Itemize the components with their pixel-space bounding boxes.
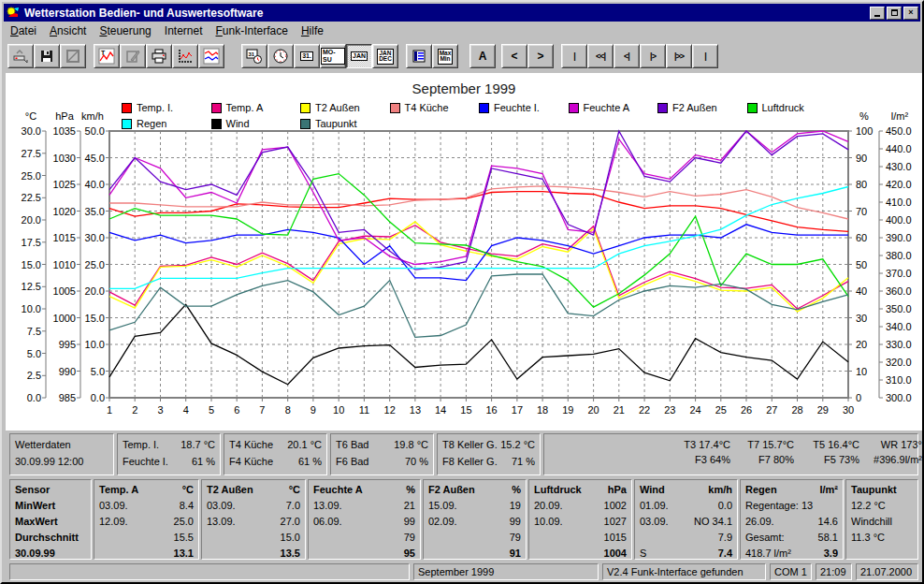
step-back-button[interactable]: <|: [614, 44, 640, 68]
svg-text:17: 17: [512, 404, 523, 416]
last-record-button[interactable]: |: [692, 44, 718, 68]
svg-text:30.0: 30.0: [22, 125, 41, 137]
series-taupunkt: [109, 274, 848, 337]
temp-curve-icon: T: [98, 48, 115, 65]
svg-text:430.0: 430.0: [886, 161, 912, 172]
sensor-cell-text: 06.09.: [313, 516, 342, 527]
year-view-button[interactable]: JANDEC: [372, 44, 398, 68]
receive-data-button[interactable]: [7, 44, 34, 68]
sensor-cell-text: Feuchte A: [313, 484, 363, 495]
wetterdaten-cell: T8 Keller G.15.2 °CF8 Keller G.71 %: [437, 433, 541, 475]
sensor-column: Taupunkt12.2 °CWindchill11.3 °C: [845, 479, 918, 560]
wetterdaten-extra-sensor: WR 173°#396.9l/m²: [833, 439, 922, 465]
minimize-button[interactable]: [870, 7, 885, 20]
series-regen: [109, 187, 848, 289]
svg-text:1035: 1035: [53, 125, 76, 137]
print-button[interactable]: [146, 44, 172, 68]
menu-bar: Datei Ansicht Steuerung Internet Funk-In…: [4, 22, 920, 40]
app-icon: [6, 6, 21, 21]
sensor-cell-text: 1004: [604, 548, 627, 559]
svg-text:60: 60: [856, 232, 867, 243]
app-window: Wetterstation Bedien- und Auswertesoftwa…: [0, 0, 924, 584]
data-table-button[interactable]: [406, 44, 432, 68]
sensor-cell-text: Windchill: [851, 516, 892, 527]
status-period-panel: September 1999: [413, 563, 599, 580]
menu-datei[interactable]: Datei: [4, 22, 43, 39]
menu-hilfe[interactable]: Hilfe: [295, 22, 330, 39]
sensor-column: Temp. A°C03.09.8.412.09.25.015.513.1: [94, 479, 199, 560]
sensor-cell-text: 79: [510, 532, 521, 543]
menu-steuerung[interactable]: Steuerung: [93, 22, 157, 39]
sensor-cell-text: 30.09.99: [15, 548, 55, 559]
svg-text:0.0: 0.0: [91, 392, 105, 403]
sensor-cell-text: 3.9: [824, 548, 838, 559]
sensor-cell-text: MinWert: [15, 500, 55, 511]
svg-text:100: 100: [856, 125, 873, 137]
wetterdaten-text: 19.8 °C: [394, 439, 428, 450]
save-button[interactable]: [34, 44, 60, 68]
min-max-button[interactable]: MaxMin: [432, 44, 458, 68]
svg-text:300.0: 300.0: [886, 392, 912, 403]
sensor-cell-text: NO 34.1: [694, 516, 732, 527]
svg-text:5: 5: [209, 404, 214, 416]
temperature-chart-button[interactable]: T: [94, 44, 120, 68]
sensor-cell-text: 25.0: [174, 516, 194, 527]
time-button[interactable]: [267, 44, 294, 68]
minimize-icon: [874, 15, 880, 17]
menu-ansicht[interactable]: Ansicht: [43, 22, 93, 39]
scroll-right-button[interactable]: >: [527, 44, 554, 68]
date-select-button[interactable]: 31: [241, 44, 267, 68]
scroll-left-button[interactable]: <: [501, 44, 527, 68]
week-view-button[interactable]: MO-SU: [320, 44, 346, 68]
svg-text:22: 22: [639, 404, 650, 416]
sensor-cell-text: MaxWert: [15, 516, 58, 527]
chart-points-button[interactable]: [172, 44, 198, 68]
wetterdaten-cell: T4 Küche20.1 °CF4 Küche61 %: [224, 433, 327, 475]
svg-text:320.0: 320.0: [886, 357, 912, 368]
series-t2-au-en: [109, 222, 848, 312]
svg-text:25: 25: [715, 404, 727, 416]
svg-text:400.0: 400.0: [886, 214, 912, 226]
svg-text:70: 70: [856, 206, 867, 217]
maximize-button[interactable]: [887, 7, 902, 20]
svg-text:24: 24: [689, 404, 700, 416]
day-view-button[interactable]: 31.: [294, 44, 320, 68]
title-bar[interactable]: Wetterstation Bedien- und Auswertesoftwa…: [4, 4, 920, 22]
month-view-button[interactable]: JAN: [346, 44, 372, 68]
svg-text:45.0: 45.0: [85, 153, 105, 164]
svg-text:390.0: 390.0: [886, 232, 912, 243]
svg-text:12: 12: [384, 404, 396, 416]
close-button[interactable]: ×: [903, 7, 918, 20]
svg-text:5.0: 5.0: [27, 348, 41, 359]
sensor-cell-text: °C: [289, 484, 300, 495]
step-forward-button[interactable]: |>: [640, 44, 666, 68]
svg-text:0: 0: [856, 392, 861, 403]
svg-text:1: 1: [107, 404, 112, 416]
svg-text:350.0: 350.0: [886, 303, 912, 314]
sensor-cell-text: 1002: [604, 500, 627, 511]
svg-text:hPa: hPa: [55, 110, 74, 122]
sensor-cell-text: 02.09.: [428, 516, 457, 527]
svg-text:50: 50: [856, 259, 867, 270]
svg-text:1025: 1025: [53, 179, 76, 190]
sensor-cell-text: 99: [404, 516, 415, 527]
sensor-cell-text: S: [640, 548, 646, 559]
fast-forward-button[interactable]: |>>: [666, 44, 692, 68]
sensor-cell-text: l/m²: [819, 484, 838, 495]
svg-text:1005: 1005: [53, 285, 76, 297]
svg-text:13: 13: [410, 404, 421, 416]
svg-text:40.0: 40.0: [85, 179, 105, 190]
svg-text:30: 30: [843, 404, 854, 416]
first-record-button[interactable]: |: [561, 44, 587, 68]
chart-compare-button[interactable]: [198, 44, 224, 68]
svg-text:420.0: 420.0: [886, 179, 912, 190]
svg-text:20.0: 20.0: [22, 214, 41, 226]
wetterdaten-cell: T6 Bad19.8 °CF6 Bad70 %: [330, 433, 434, 475]
wetterdaten-text: F6 Bad: [336, 456, 368, 467]
fast-back-button[interactable]: <<|: [587, 44, 614, 68]
svg-text:2.5: 2.5: [27, 370, 41, 381]
autoscale-button[interactable]: A: [469, 44, 496, 68]
sensor-cell-text: °C: [182, 484, 194, 495]
menu-internet[interactable]: Internet: [158, 22, 209, 39]
menu-funk-interface[interactable]: Funk-Interface: [209, 22, 295, 39]
